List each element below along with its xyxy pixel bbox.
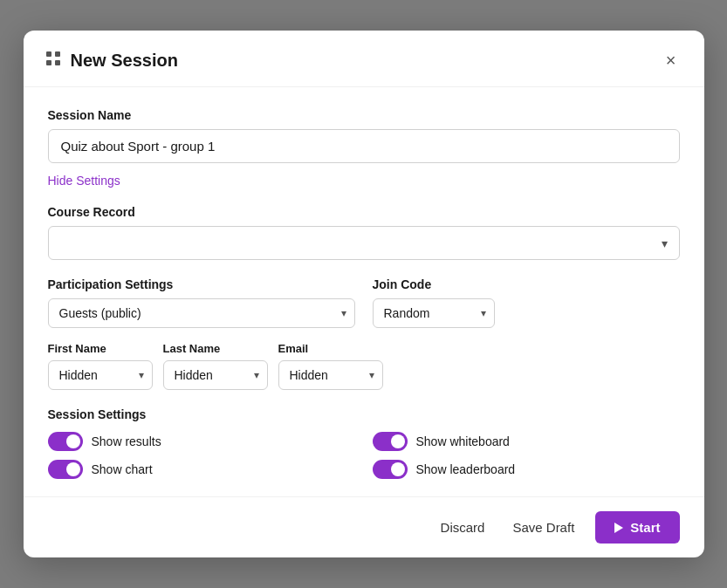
modal-title: New Session xyxy=(71,51,178,71)
show-chart-slider xyxy=(48,460,83,479)
session-name-field: Session Name xyxy=(48,108,680,163)
show-chart-row: Show chart xyxy=(48,460,355,479)
show-leaderboard-slider xyxy=(373,460,408,479)
show-results-slider xyxy=(48,432,83,451)
join-code-select-wrapper: Random Custom ▾ xyxy=(373,298,495,328)
svg-rect-1 xyxy=(55,51,60,57)
email-select-wrapper: Hidden Visible Required ▾ xyxy=(278,360,383,390)
modal-title-group: New Session xyxy=(45,50,178,72)
show-leaderboard-label: Show leaderboard xyxy=(416,462,516,476)
show-results-label: Show results xyxy=(92,434,161,448)
new-session-modal: New Session × Session Name Hide Settings… xyxy=(24,31,704,557)
start-button[interactable]: Start xyxy=(595,511,679,544)
show-whiteboard-row: Show whiteboard xyxy=(373,432,680,451)
last-name-label: Last Name xyxy=(163,342,268,355)
session-name-label: Session Name xyxy=(48,108,680,122)
name-fields-row: First Name Hidden Visible Required ▾ Las… xyxy=(48,342,680,390)
show-whiteboard-toggle[interactable] xyxy=(373,432,408,451)
show-whiteboard-label: Show whiteboard xyxy=(416,434,510,448)
show-leaderboard-toggle[interactable] xyxy=(373,460,408,479)
email-select[interactable]: Hidden Visible Required xyxy=(278,360,383,390)
modal-body: Session Name Hide Settings Course Record… xyxy=(24,87,704,496)
last-name-select-wrapper: Hidden Visible Required ▾ xyxy=(163,360,268,390)
close-button[interactable]: × xyxy=(662,48,680,72)
discard-button[interactable]: Discard xyxy=(434,511,492,544)
modal-header: New Session × xyxy=(24,31,704,87)
grid-icon xyxy=(45,50,62,72)
email-label: Email xyxy=(278,342,383,355)
course-record-select-wrapper: ▾ xyxy=(48,226,680,260)
start-label: Start xyxy=(630,520,660,535)
svg-rect-2 xyxy=(46,60,51,65)
participation-settings-label: Participation Settings xyxy=(48,277,355,291)
svg-rect-0 xyxy=(46,51,51,57)
svg-rect-3 xyxy=(55,60,60,65)
last-name-select[interactable]: Hidden Visible Required xyxy=(163,360,268,390)
show-results-toggle[interactable] xyxy=(48,432,83,451)
first-name-select[interactable]: Hidden Visible Required xyxy=(48,360,153,390)
participation-select-wrapper: Guests (public) Registered Users Private… xyxy=(48,298,355,328)
show-chart-toggle[interactable] xyxy=(48,460,83,479)
participation-select[interactable]: Guests (public) Registered Users Private xyxy=(48,298,355,328)
first-name-select-wrapper: Hidden Visible Required ▾ xyxy=(48,360,153,390)
session-settings-label: Session Settings xyxy=(48,407,680,421)
show-chart-label: Show chart xyxy=(92,462,153,476)
course-record-section: Course Record ▾ xyxy=(48,205,680,260)
first-name-group: First Name Hidden Visible Required ▾ xyxy=(48,342,153,390)
modal-footer: Discard Save Draft Start xyxy=(24,496,704,557)
last-name-group: Last Name Hidden Visible Required ▾ xyxy=(163,342,268,390)
course-record-label: Course Record xyxy=(48,205,680,219)
modal-overlay: New Session × Session Name Hide Settings… xyxy=(0,0,727,588)
show-results-row: Show results xyxy=(48,432,355,451)
first-name-label: First Name xyxy=(48,342,153,355)
participation-settings-col: Participation Settings Guests (public) R… xyxy=(48,277,355,328)
session-name-input[interactable] xyxy=(48,129,680,163)
hide-settings-link[interactable]: Hide Settings xyxy=(48,174,120,188)
play-icon xyxy=(614,523,623,533)
save-draft-button[interactable]: Save Draft xyxy=(505,511,581,544)
show-leaderboard-row: Show leaderboard xyxy=(373,460,680,479)
join-code-label: Join Code xyxy=(373,277,680,291)
participation-join-row: Participation Settings Guests (public) R… xyxy=(48,277,680,328)
join-code-select[interactable]: Random Custom xyxy=(373,298,495,328)
course-record-select[interactable] xyxy=(48,226,680,260)
toggles-grid: Show results Show whiteboard xyxy=(48,432,680,479)
show-whiteboard-slider xyxy=(373,432,408,451)
email-group: Email Hidden Visible Required ▾ xyxy=(278,342,383,390)
session-settings-section: Session Settings Show results xyxy=(48,407,680,479)
join-code-col: Join Code Random Custom ▾ xyxy=(373,277,680,328)
